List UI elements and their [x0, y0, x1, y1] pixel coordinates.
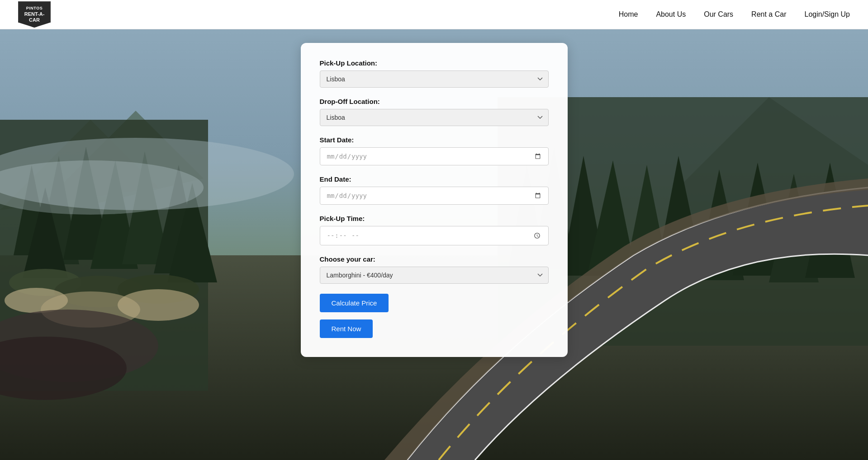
- nav-item-home[interactable]: Home: [619, 10, 638, 19]
- pickup-location-select[interactable]: Lisboa Porto Faro: [320, 70, 549, 88]
- logo[interactable]: PINTOS RENT-A-CAR: [18, 1, 51, 28]
- pickup-time-input[interactable]: [320, 226, 549, 245]
- nav-link-about[interactable]: About Us: [656, 10, 686, 18]
- dropoff-location-select[interactable]: Lisboa Porto Faro: [320, 109, 549, 126]
- pickup-time-group: Pick-Up Time:: [320, 215, 549, 245]
- end-date-label: End Date:: [320, 175, 549, 183]
- pickup-location-label: Pick-Up Location:: [320, 59, 549, 67]
- rent-now-button[interactable]: Rent Now: [320, 319, 373, 338]
- end-date-input[interactable]: [320, 187, 549, 205]
- nav-links: Home About Us Our Cars Rent a Car Login/…: [619, 10, 850, 19]
- hero-section: Pick-Up Location: Lisboa Porto Faro Drop…: [0, 29, 868, 460]
- svg-point-19: [118, 289, 199, 321]
- nav-link-rent[interactable]: Rent a Car: [751, 10, 786, 18]
- start-date-label: Start Date:: [320, 136, 549, 144]
- dropoff-location-group: Drop-Off Location: Lisboa Porto Faro: [320, 98, 549, 126]
- start-date-input[interactable]: [320, 147, 549, 165]
- end-date-group: End Date:: [320, 175, 549, 205]
- navbar: PINTOS RENT-A-CAR Home About Us Our Cars…: [0, 0, 868, 29]
- nav-link-home[interactable]: Home: [619, 10, 638, 18]
- car-label: Choose your car:: [320, 255, 549, 263]
- pickup-location-group: Pick-Up Location: Lisboa Porto Faro: [320, 59, 549, 88]
- nav-item-rent[interactable]: Rent a Car: [751, 10, 786, 19]
- car-selection-group: Choose your car: Lamborghini - €400/day …: [320, 255, 549, 284]
- nav-link-login[interactable]: Login/Sign Up: [804, 10, 850, 18]
- pickup-time-label: Pick-Up Time:: [320, 215, 549, 222]
- logo-line2: RENT-A-CAR: [24, 11, 45, 23]
- nav-item-login[interactable]: Login/Sign Up: [804, 10, 850, 19]
- logo-line1: PINTOS: [24, 6, 45, 11]
- dropoff-location-label: Drop-Off Location:: [320, 98, 549, 105]
- start-date-group: Start Date:: [320, 136, 549, 165]
- nav-item-about[interactable]: About Us: [656, 10, 686, 19]
- nav-item-cars[interactable]: Our Cars: [704, 10, 733, 19]
- booking-form-card: Pick-Up Location: Lisboa Porto Faro Drop…: [301, 43, 568, 357]
- nav-link-cars[interactable]: Our Cars: [704, 10, 733, 18]
- car-select[interactable]: Lamborghini - €400/day Ferrari - €350/da…: [320, 267, 549, 284]
- calculate-price-button[interactable]: Calculate Price: [320, 294, 389, 312]
